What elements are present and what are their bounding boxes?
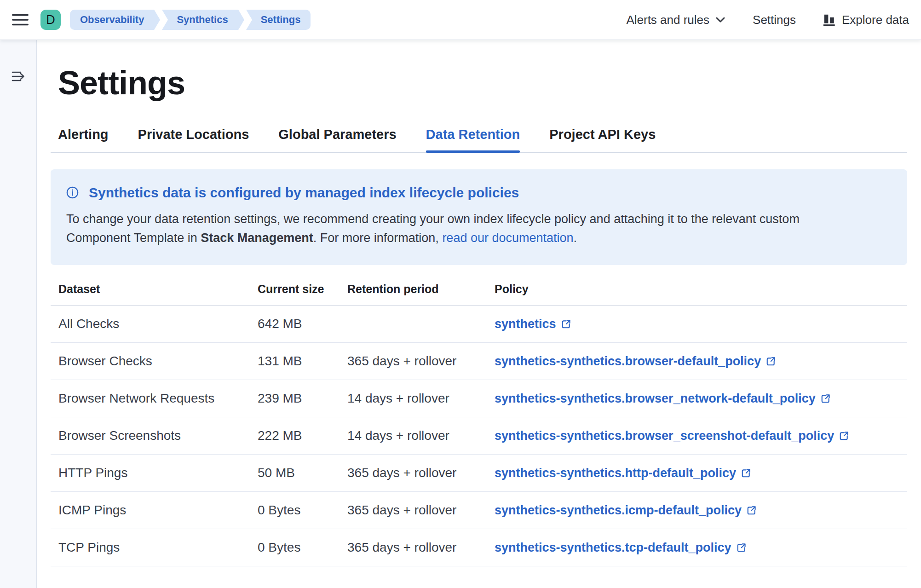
table-row: ICMP Pings 0 Bytes 365 days + rollover s… — [51, 491, 907, 529]
dataset-cell: Browser Screenshots — [51, 417, 258, 454]
callout-title-row: Synthetics data is configured by managed… — [66, 185, 891, 201]
policy-link[interactable]: synthetics-synthetics.browser_network-de… — [495, 392, 831, 406]
policy-link[interactable]: synthetics-synthetics.browser-default_po… — [495, 354, 776, 369]
external-link-icon — [766, 356, 776, 367]
current-size-cell: 642 MB — [258, 305, 347, 342]
retention-period-cell: 365 days + rollover — [347, 491, 495, 529]
policy-link-label: synthetics-synthetics.icmp-default_polic… — [495, 503, 742, 518]
callout-body-bold: Stack Management — [201, 231, 313, 245]
hamburger-menu-button[interactable] — [12, 13, 29, 27]
external-link-icon — [741, 468, 751, 478]
documentation-link[interactable]: read our documentation — [442, 231, 573, 245]
breadcrumb-settings[interactable]: Settings — [246, 10, 311, 30]
retention-period-cell: 365 days + rollover — [347, 529, 495, 566]
info-icon — [66, 186, 79, 199]
collapsed-side-nav — [0, 40, 37, 588]
external-link-icon — [736, 542, 747, 553]
settings-nav-link[interactable]: Settings — [753, 13, 796, 27]
callout-body-text2: . For more information, — [313, 231, 443, 245]
policy-link[interactable]: synthetics-synthetics.browser_screenshot… — [495, 429, 849, 443]
retention-period-cell: 14 days + rollover — [347, 417, 495, 454]
external-link-icon — [746, 505, 757, 516]
settings-page: Settings Alerting Private Locations Glob… — [37, 40, 921, 588]
policy-link[interactable]: synthetics-synthetics.http-default_polic… — [495, 466, 751, 480]
current-size-cell: 50 MB — [258, 454, 347, 491]
settings-nav-label: Settings — [753, 13, 796, 27]
policy-link-label: synthetics-synthetics.browser_screenshot… — [495, 429, 834, 443]
explore-data-link[interactable]: Explore data — [823, 13, 909, 27]
policy-link[interactable]: synthetics-synthetics.icmp-default_polic… — [495, 503, 757, 518]
dataset-cell: ICMP Pings — [51, 491, 258, 529]
alerts-and-rules-label: Alerts and rules — [626, 13, 709, 27]
table-header-row: Dataset Current size Retention period Po… — [51, 271, 907, 306]
table-row: Browser Screenshots 222 MB 14 days + rol… — [51, 417, 907, 454]
current-size-cell: 222 MB — [258, 417, 347, 454]
bar-chart-icon — [823, 13, 836, 27]
data-retention-table: Dataset Current size Retention period Po… — [51, 271, 907, 566]
policy-cell: synthetics-synthetics.browser_screenshot… — [495, 417, 907, 454]
table-row: All Checks 642 MB synthetics — [51, 305, 907, 342]
table-row: Browser Network Requests 239 MB 14 days … — [51, 380, 907, 417]
policy-link-label: synthetics-synthetics.browser-default_po… — [495, 354, 761, 369]
callout-body: To change your data retention settings, … — [66, 210, 839, 248]
dataset-cell: All Checks — [51, 305, 258, 342]
avatar[interactable]: D — [40, 10, 61, 30]
expand-sidenav-button[interactable] — [11, 69, 26, 83]
current-size-cell: 239 MB — [258, 380, 347, 417]
hamburger-icon — [12, 13, 29, 27]
top-nav: Alerts and rules Settings Explore data — [626, 13, 909, 27]
dataset-cell: Browser Network Requests — [51, 380, 258, 417]
policy-cell: synthetics-synthetics.browser-default_po… — [495, 342, 907, 380]
explore-data-label: Explore data — [842, 13, 909, 27]
callout-title: Synthetics data is configured by managed… — [89, 185, 519, 201]
callout-body-period: . — [574, 231, 577, 245]
table-row: HTTP Pings 50 MB 365 days + rollover syn… — [51, 454, 907, 491]
policy-link-label: synthetics-synthetics.http-default_polic… — [495, 466, 736, 480]
retention-period-cell — [347, 305, 495, 342]
table-row: Browser Checks 131 MB 365 days + rollove… — [51, 342, 907, 380]
page-title: Settings — [58, 66, 907, 100]
dataset-cell: HTTP Pings — [51, 454, 258, 491]
breadcrumb: Observability Synthetics Settings — [70, 10, 311, 30]
col-header-dataset: Dataset — [51, 271, 258, 306]
policy-link[interactable]: synthetics — [495, 317, 571, 331]
tab-private-locations[interactable]: Private Locations — [138, 127, 249, 152]
tab-global-parameters[interactable]: Global Parameters — [278, 127, 396, 152]
retention-period-cell: 14 days + rollover — [347, 380, 495, 417]
policy-link-label: synthetics-synthetics.browser_network-de… — [495, 392, 816, 406]
retention-period-cell: 365 days + rollover — [347, 342, 495, 380]
policy-cell: synthetics — [495, 305, 907, 342]
settings-tabs: Alerting Private Locations Global Parame… — [51, 127, 907, 153]
col-header-policy: Policy — [495, 271, 907, 306]
dataset-cell: TCP Pings — [51, 529, 258, 566]
current-size-cell: 0 Bytes — [258, 529, 347, 566]
breadcrumb-synthetics[interactable]: Synthetics — [162, 10, 238, 30]
tab-data-retention[interactable]: Data Retention — [426, 127, 520, 152]
external-link-icon — [839, 431, 849, 441]
policy-link[interactable]: synthetics-synthetics.tcp-default_policy — [495, 541, 747, 555]
col-header-retention-period: Retention period — [347, 271, 495, 306]
retention-period-cell: 365 days + rollover — [347, 454, 495, 491]
info-callout: Synthetics data is configured by managed… — [51, 169, 907, 265]
alerts-and-rules-menu[interactable]: Alerts and rules — [626, 13, 726, 27]
policy-cell: synthetics-synthetics.icmp-default_polic… — [495, 491, 907, 529]
dataset-cell: Browser Checks — [51, 342, 258, 380]
col-header-current-size: Current size — [258, 271, 347, 306]
tab-alerting[interactable]: Alerting — [58, 127, 109, 152]
policy-cell: synthetics-synthetics.tcp-default_policy — [495, 529, 907, 566]
top-bar: D Observability Synthetics Settings Aler… — [0, 0, 921, 40]
external-link-icon — [820, 393, 831, 404]
table-row: TCP Pings 0 Bytes 365 days + rollover sy… — [51, 529, 907, 566]
policy-link-label: synthetics — [495, 317, 556, 331]
breadcrumb-observability[interactable]: Observability — [70, 10, 154, 30]
tab-project-api-keys[interactable]: Project API Keys — [549, 127, 656, 152]
chevron-down-icon — [715, 14, 726, 25]
current-size-cell: 131 MB — [258, 342, 347, 380]
policy-cell: synthetics-synthetics.http-default_polic… — [495, 454, 907, 491]
policy-link-label: synthetics-synthetics.tcp-default_policy — [495, 541, 731, 555]
current-size-cell: 0 Bytes — [258, 491, 347, 529]
external-link-icon — [561, 319, 571, 329]
menu-expand-right-icon — [11, 69, 26, 83]
main-area: Settings Alerting Private Locations Glob… — [0, 40, 921, 588]
policy-cell: synthetics-synthetics.browser_network-de… — [495, 380, 907, 417]
